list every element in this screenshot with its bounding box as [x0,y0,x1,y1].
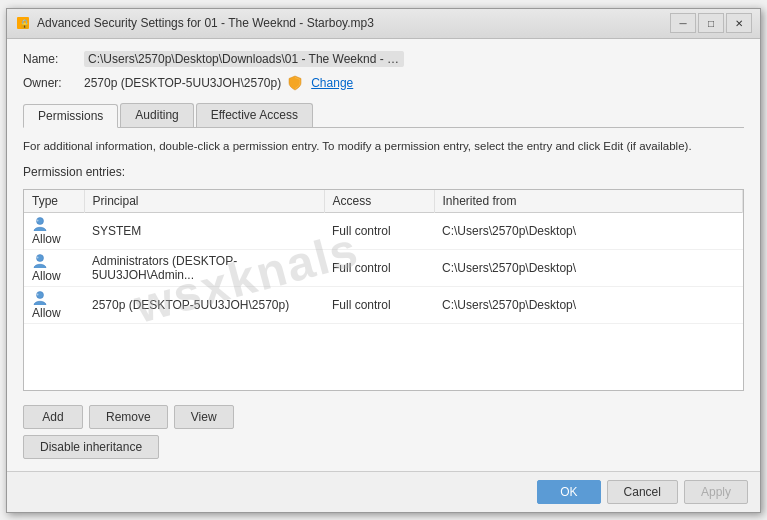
table-row[interactable]: AllowSYSTEMFull controlC:\Users\2570p\De… [24,212,743,249]
cell-inherited: C:\Users\2570p\Desktop\ [434,249,743,286]
disable-inheritance-row: Disable inheritance [23,435,744,459]
cell-access: Full control [324,249,434,286]
remove-button[interactable]: Remove [89,405,168,429]
dialog-content: Name: C:\Users\2570p\Desktop\Downloads\0… [7,39,760,471]
cell-access: Full control [324,286,434,323]
cell-principal: Administrators (DESKTOP-5UU3JOH\Admin... [84,249,324,286]
user-icon [32,290,48,306]
cancel-button[interactable]: Cancel [607,480,678,504]
window-controls: ─ □ ✕ [670,13,752,33]
cell-principal: 2570p (DESKTOP-5UU3JOH\2570p) [84,286,324,323]
col-inherited: Inherited from [434,190,743,213]
col-type: Type [24,190,84,213]
minimize-button[interactable]: ─ [670,13,696,33]
permission-table: Type Principal Access Inherited from All… [24,190,743,324]
maximize-button[interactable]: □ [698,13,724,33]
main-window: 🔒 Advanced Security Settings for 01 - Th… [6,8,761,513]
change-link[interactable]: Change [311,76,353,90]
add-button[interactable]: Add [23,405,83,429]
name-value: C:\Users\2570p\Desktop\Downloads\01 - Th… [84,51,404,67]
svg-point-3 [37,219,39,221]
tab-bar: Permissions Auditing Effective Access [23,103,744,128]
table-row[interactable]: AllowAdministrators (DESKTOP-5UU3JOH\Adm… [24,249,743,286]
description-text: For additional information, double-click… [23,138,744,155]
owner-row: Owner: 2570p (DESKTOP-5UU3JOH\2570p) Cha… [23,75,744,91]
cell-inherited: C:\Users\2570p\Desktop\ [434,286,743,323]
owner-label: Owner: [23,76,78,90]
cell-principal: SYSTEM [84,212,324,249]
svg-point-7 [37,293,39,295]
table-row[interactable]: Allow2570p (DESKTOP-5UU3JOH\2570p)Full c… [24,286,743,323]
cell-type: Allow [24,212,84,249]
name-row: Name: C:\Users\2570p\Desktop\Downloads\0… [23,51,744,67]
cell-access: Full control [324,212,434,249]
shield-icon [287,75,303,91]
user-icon [32,216,48,232]
name-label: Name: [23,52,78,66]
cell-inherited: C:\Users\2570p\Desktop\ [434,212,743,249]
section-label: Permission entries: [23,165,744,179]
col-access: Access [324,190,434,213]
owner-value: 2570p (DESKTOP-5UU3JOH\2570p) [84,76,281,90]
disable-inheritance-button[interactable]: Disable inheritance [23,435,159,459]
svg-text:🔒: 🔒 [19,18,30,30]
cell-type: Allow [24,249,84,286]
permission-table-container: wsxknals Type Principal Access Inherited… [23,189,744,391]
bottom-bar: OK Cancel Apply [7,471,760,512]
svg-point-5 [37,256,39,258]
table-header-row: Type Principal Access Inherited from [24,190,743,213]
title-bar: 🔒 Advanced Security Settings for 01 - Th… [7,9,760,39]
footer-buttons: Add Remove View [23,405,744,429]
cell-type: Allow [24,286,84,323]
col-principal: Principal [84,190,324,213]
tab-effective-access[interactable]: Effective Access [196,103,313,127]
tab-auditing[interactable]: Auditing [120,103,193,127]
view-button[interactable]: View [174,405,234,429]
user-icon [32,253,48,269]
close-button[interactable]: ✕ [726,13,752,33]
tab-permissions[interactable]: Permissions [23,104,118,128]
apply-button[interactable]: Apply [684,480,748,504]
window-title: Advanced Security Settings for 01 - The … [37,16,670,30]
window-icon: 🔒 [15,15,31,31]
ok-button[interactable]: OK [537,480,600,504]
